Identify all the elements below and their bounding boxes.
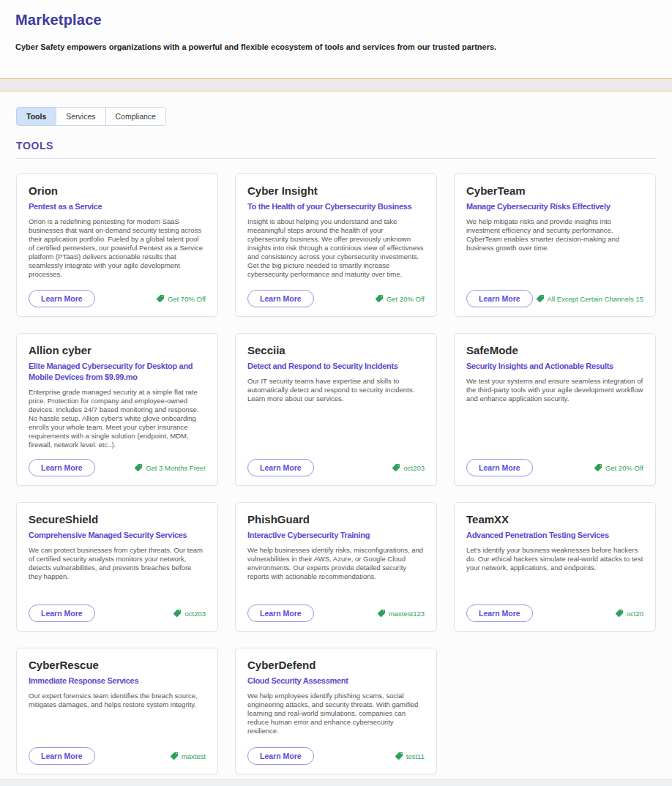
- offer-badge: Get 3 Months Free!: [134, 463, 206, 472]
- card-teamxx: TeamXX Advanced Penetration Testing Serv…: [454, 502, 656, 632]
- card-cyberdefend: CyberDefend Cloud Security Assessment We…: [235, 648, 437, 774]
- offer-badge: maxtest123: [377, 609, 425, 618]
- header-divider-band: [0, 78, 672, 91]
- offer-badge-text: Get 20% Off: [605, 464, 643, 472]
- card-title: CyberTeam: [466, 184, 643, 198]
- learn-more-button[interactable]: Learn More: [247, 459, 314, 476]
- card-subtitle: Elite Managed Cybersecurity for Desktop …: [29, 361, 206, 383]
- offer-badge: Get 20% Off: [594, 463, 643, 472]
- card-cyberrescue: CyberRescue Immediate Response Services …: [16, 648, 218, 774]
- card-subtitle: Detect and Respond to Security Incidents: [247, 361, 425, 372]
- card-footer: Learn More oct203: [247, 453, 425, 476]
- section-title: TOOLS: [16, 140, 656, 151]
- learn-more-button[interactable]: Learn More: [29, 290, 95, 307]
- main-content: ToolsServicesCompliance TOOLS Orion Pent…: [0, 91, 672, 774]
- cards-grid: Orion Pentest as a Service Orion is a re…: [16, 173, 656, 774]
- card-safemode: SafeMode Security Insights and Actionabl…: [454, 333, 656, 486]
- card-subtitle: To the Health of your Cybersecurity Busi…: [247, 201, 425, 212]
- tag-icon: [170, 752, 179, 760]
- learn-more-button[interactable]: Learn More: [247, 747, 314, 765]
- card-footer: Learn More maxtest: [29, 741, 206, 765]
- card-subtitle: Immediate Response Services: [29, 675, 206, 686]
- card-title: SecureShield: [29, 512, 206, 527]
- page-subtitle: Cyber Safety empowers organizations with…: [15, 42, 657, 51]
- card-subtitle: Pentest as a Service: [29, 201, 206, 212]
- offer-badge: oct20: [615, 609, 643, 618]
- learn-more-button[interactable]: Learn More: [247, 290, 314, 307]
- card-subtitle: Advanced Penetration Testing Services: [466, 530, 643, 541]
- card-description: Let's identify your business weaknesses …: [466, 546, 643, 572]
- card-title: CyberDefend: [247, 658, 425, 673]
- card-orion: Orion Pentest as a Service Orion is a re…: [16, 173, 218, 317]
- learn-more-button[interactable]: Learn More: [466, 605, 533, 622]
- tag-icon: [594, 463, 602, 472]
- card-description: Insight is about helping you understand …: [247, 217, 425, 279]
- page-title: Marketplace: [15, 12, 657, 29]
- section-divider: [16, 158, 656, 159]
- card-cyber-insight: Cyber Insight To the Health of your Cybe…: [235, 173, 437, 317]
- card-footer: Learn More maxtest123: [247, 599, 425, 622]
- tag-icon: [173, 609, 182, 618]
- tag-icon: [156, 294, 165, 303]
- card-description: We can protect businesses from cyber thr…: [29, 546, 206, 581]
- card-title: Cyber Insight: [247, 184, 425, 198]
- tag-icon: [375, 294, 384, 303]
- card-allion-cyber: Allion cyber Elite Managed Cybersecurity…: [16, 333, 218, 486]
- offer-badge: All Except Certain Channels 15: [536, 294, 644, 303]
- card-title: Orion: [29, 184, 206, 198]
- learn-more-button[interactable]: Learn More: [29, 747, 95, 765]
- offer-badge-text: maxtest: [182, 752, 206, 760]
- card-description: Orion is a redefining pentesting for mod…: [29, 217, 206, 279]
- bottom-strip: [0, 779, 672, 786]
- card-subtitle: Security Insights and Actionable Results: [466, 361, 643, 372]
- offer-badge-text: test11: [406, 752, 425, 760]
- offer-badge: oct203: [173, 609, 206, 618]
- card-description: Our IT security teams have expertise and…: [247, 377, 425, 403]
- card-title: TeamXX: [466, 512, 643, 527]
- card-title: SafeMode: [466, 343, 643, 358]
- card-title: Allion cyber: [29, 343, 206, 358]
- offer-badge-text: Get 3 Months Free!: [146, 464, 206, 472]
- card-description: We help employees identify phishing scam…: [247, 692, 425, 736]
- card-title: Secciia: [247, 343, 425, 358]
- card-footer: Learn More All Except Certain Channels 1…: [466, 284, 643, 307]
- card-subtitle: Comprehensive Managed Security Services: [29, 530, 206, 541]
- card-secureshield: SecureShield Comprehensive Managed Secur…: [16, 502, 218, 632]
- tab-compliance[interactable]: Compliance: [105, 107, 166, 126]
- offer-badge: maxtest: [170, 752, 206, 760]
- offer-badge-text: maxtest123: [389, 610, 425, 618]
- offer-badge-text: All Except Certain Channels 15: [548, 295, 644, 303]
- card-footer: Learn More Get 70% Off: [29, 284, 206, 307]
- card-footer: Learn More test11: [247, 741, 425, 765]
- tag-icon: [392, 463, 400, 472]
- tab-services[interactable]: Services: [56, 107, 105, 126]
- offer-badge: Get 70% Off: [156, 294, 206, 303]
- card-description: Enterprise grade managed security at a s…: [29, 388, 206, 449]
- card-footer: Learn More oct203: [29, 599, 206, 622]
- offer-badge-text: Get 20% Off: [387, 295, 425, 303]
- card-footer: Learn More Get 3 Months Free!: [29, 453, 206, 476]
- tag-icon: [377, 609, 386, 618]
- card-subtitle: Interactive Cybersecurity Training: [247, 530, 425, 541]
- card-description: Our expert forensics team identifies the…: [29, 692, 206, 709]
- tab-tools[interactable]: Tools: [16, 107, 56, 126]
- tag-icon: [395, 752, 403, 760]
- card-footer: Learn More Get 20% Off: [247, 284, 425, 307]
- offer-badge-text: oct203: [403, 464, 425, 472]
- offer-badge-text: oct20: [627, 610, 643, 618]
- tabs: ToolsServicesCompliance: [16, 107, 166, 126]
- card-secciia: Secciia Detect and Respond to Security I…: [235, 333, 437, 486]
- learn-more-button[interactable]: Learn More: [466, 459, 533, 476]
- page-header: Marketplace Cyber Safety empowers organi…: [0, 0, 672, 78]
- card-footer: Learn More Get 20% Off: [466, 453, 643, 476]
- card-cyberteam: CyberTeam Manage Cybersecurity Risks Eff…: [454, 173, 656, 317]
- learn-more-button[interactable]: Learn More: [247, 605, 314, 622]
- card-description: We help mitigate risks and provide insig…: [466, 217, 643, 252]
- tag-icon: [615, 609, 624, 618]
- learn-more-button[interactable]: Learn More: [466, 290, 533, 307]
- offer-badge: Get 20% Off: [375, 294, 425, 303]
- learn-more-button[interactable]: Learn More: [29, 605, 95, 622]
- learn-more-button[interactable]: Learn More: [29, 459, 95, 476]
- card-description: We test your systems and ensure seamless…: [466, 377, 643, 403]
- offer-badge: test11: [395, 752, 425, 760]
